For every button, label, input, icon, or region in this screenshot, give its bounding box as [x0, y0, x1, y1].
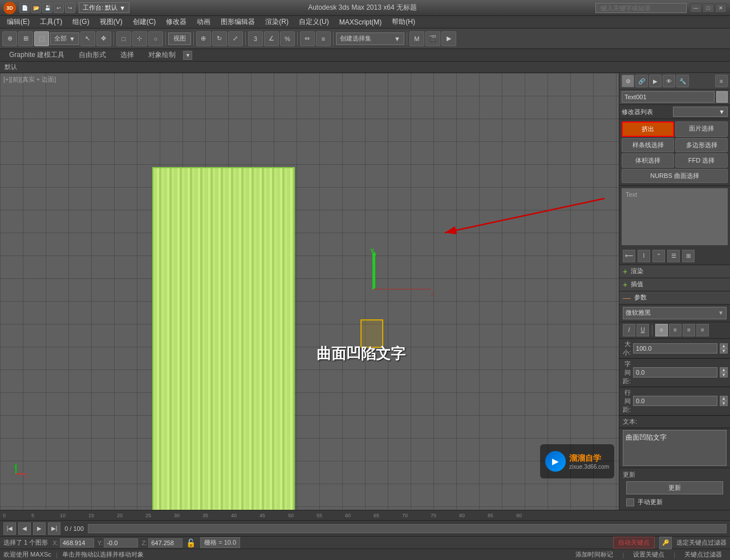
- interp-section-header[interactable]: + 插值: [619, 278, 730, 291]
- display-btn[interactable]: 👁: [663, 75, 675, 87]
- face-select-btn[interactable]: 面片选择: [675, 121, 728, 137]
- manual-update-checkbox[interactable]: [626, 498, 634, 506]
- rotate-tool[interactable]: ↻: [212, 31, 227, 46]
- char-spacing-up-btn[interactable]: ▲: [720, 367, 728, 372]
- scale-tool[interactable]: ⤢: [228, 31, 243, 46]
- panel-settings-btn[interactable]: ≡: [715, 75, 728, 87]
- menu-render[interactable]: 渲染(R): [261, 16, 293, 28]
- extrude-btn[interactable]: 挤出: [622, 121, 674, 137]
- modify-panel-btn[interactable]: ⚙: [622, 75, 634, 87]
- motion-btn[interactable]: ▶: [649, 75, 662, 87]
- minimize-btn[interactable]: —: [690, 3, 701, 13]
- set-key-label[interactable]: 设置关键点: [628, 550, 669, 559]
- underline-btn[interactable]: U: [636, 324, 649, 336]
- poly-select-btn[interactable]: 多边形选择: [675, 138, 728, 152]
- modifier-list-dropdown[interactable]: ▼: [673, 107, 728, 117]
- text-icon-3[interactable]: ⌃: [652, 250, 665, 262]
- char-spacing-input[interactable]: [633, 367, 717, 378]
- align-center-btn[interactable]: ≡: [669, 324, 682, 336]
- text-icon-5[interactable]: ⊞: [682, 250, 695, 262]
- angle-snap[interactable]: ∠: [264, 31, 279, 46]
- save-btn[interactable]: 💾: [42, 3, 52, 13]
- size-down-btn[interactable]: ▼: [720, 348, 728, 354]
- ffd-select-btn[interactable]: FFD 选择: [675, 153, 728, 168]
- redo-btn[interactable]: ↪: [65, 3, 75, 13]
- viewport[interactable]: [+][前][真实 + 边面] Y X 曲面凹陷文字: [0, 73, 619, 510]
- active-tool[interactable]: ⬚: [34, 31, 49, 46]
- x-input[interactable]: [60, 538, 94, 547]
- ribbon-tab-graphite[interactable]: Graphite 建模工具: [2, 48, 71, 62]
- object-color-swatch[interactable]: [716, 91, 728, 103]
- y-input[interactable]: [104, 538, 138, 547]
- fence-select[interactable]: ○: [148, 31, 163, 46]
- key-filter-text[interactable]: 关键点过滤器: [680, 550, 727, 559]
- quick-render[interactable]: ▶: [441, 31, 456, 46]
- view-label-btn[interactable]: 视图: [168, 33, 191, 45]
- menu-group[interactable]: 组(G): [68, 16, 94, 28]
- menu-maxscript[interactable]: MAXScript(M): [335, 17, 387, 27]
- align-right-btn[interactable]: ≡: [683, 324, 695, 336]
- menu-custom[interactable]: 自定义(U): [294, 16, 334, 28]
- select-all-dropdown[interactable]: 全部 ▼: [50, 33, 79, 45]
- hierarchy-btn[interactable]: 🔗: [635, 75, 648, 87]
- lock-btn[interactable]: 🔓: [186, 538, 196, 547]
- maximize-btn[interactable]: □: [703, 3, 714, 13]
- ribbon-expand-btn[interactable]: ▼: [183, 51, 192, 60]
- select-btn[interactable]: ↖: [80, 31, 95, 46]
- timeline-next-btn[interactable]: ▶|: [48, 522, 60, 535]
- menu-graph-editor[interactable]: 图形编辑器: [216, 16, 259, 28]
- spline-select-btn[interactable]: 样条线选择: [622, 138, 674, 152]
- object-name-input[interactable]: [622, 91, 715, 103]
- align-justify-btn[interactable]: ≡: [696, 324, 709, 336]
- mirror-btn[interactable]: ⇔: [300, 31, 315, 46]
- menu-edit[interactable]: 编辑(E): [2, 16, 34, 28]
- select-tool[interactable]: ⊕: [2, 31, 17, 46]
- nurbs-select-btn[interactable]: NURBS 曲面选择: [622, 169, 728, 183]
- font-dropdown[interactable]: 微软雅黑 ▼: [623, 307, 727, 319]
- open-btn[interactable]: 📂: [31, 3, 41, 13]
- search-input[interactable]: [595, 3, 687, 13]
- size-input[interactable]: [633, 343, 717, 354]
- menu-modifier[interactable]: 修改器: [161, 16, 191, 28]
- undo-btn[interactable]: ↩: [54, 3, 64, 13]
- line-spacing-input[interactable]: [633, 396, 717, 406]
- transform-btn[interactable]: ✥: [96, 31, 111, 46]
- region-tool[interactable]: ⊞: [18, 31, 33, 46]
- render-scene[interactable]: 🎬: [425, 31, 440, 46]
- close-btn[interactable]: ✕: [715, 3, 727, 13]
- material-editor[interactable]: M: [409, 31, 424, 46]
- workspace-selector[interactable]: 工作台: 默认 ▼: [79, 2, 129, 13]
- timeline-bar[interactable]: [88, 524, 727, 533]
- move-tool[interactable]: ⊕: [196, 31, 211, 46]
- set-key-btn[interactable]: 🔑: [659, 537, 672, 549]
- ribbon-tab-freeform[interactable]: 自由形式: [72, 48, 113, 62]
- timeline-start-btn[interactable]: |◀: [3, 522, 16, 535]
- align-btn[interactable]: ≡: [316, 31, 331, 46]
- size-up-btn[interactable]: ▲: [720, 343, 728, 348]
- menu-view[interactable]: 视图(V): [95, 16, 127, 28]
- snap-toggle[interactable]: 3: [248, 31, 263, 46]
- menu-help[interactable]: 帮助(H): [387, 16, 420, 28]
- region-type[interactable]: ⊹: [132, 31, 147, 46]
- menu-animation[interactable]: 动画: [192, 16, 215, 28]
- italic-btn[interactable]: I: [623, 324, 635, 336]
- autokey-btn[interactable]: 自动关键点: [613, 537, 655, 549]
- text-cursor-icon[interactable]: I: [638, 250, 650, 262]
- timeline-play-btn[interactable]: ▶: [33, 522, 46, 535]
- timeline-prev-btn[interactable]: ◀: [18, 522, 31, 535]
- params-section-header[interactable]: — 参数: [619, 291, 730, 305]
- named-selection-dropdown[interactable]: 创建选择集 ▼: [336, 33, 404, 45]
- update-btn[interactable]: 更新: [626, 481, 723, 494]
- align-left-btn[interactable]: ≡: [655, 324, 668, 336]
- char-spacing-down-btn[interactable]: ▼: [720, 372, 728, 378]
- percent-snap[interactable]: %: [280, 31, 295, 46]
- menu-create[interactable]: 创建(C): [128, 16, 161, 28]
- add-time-label[interactable]: 添加时间标记: [571, 550, 618, 559]
- line-spacing-up-btn[interactable]: ▲: [720, 396, 728, 401]
- box-select[interactable]: □: [116, 31, 131, 46]
- render-section-header[interactable]: + 渲染: [619, 265, 730, 278]
- text-content-area[interactable]: 曲面凹陷文字: [623, 430, 727, 466]
- volume-select-btn[interactable]: 体积选择: [622, 153, 674, 168]
- text-icon-1[interactable]: ⟵: [623, 250, 635, 262]
- ribbon-tab-selection[interactable]: 选择: [113, 48, 141, 62]
